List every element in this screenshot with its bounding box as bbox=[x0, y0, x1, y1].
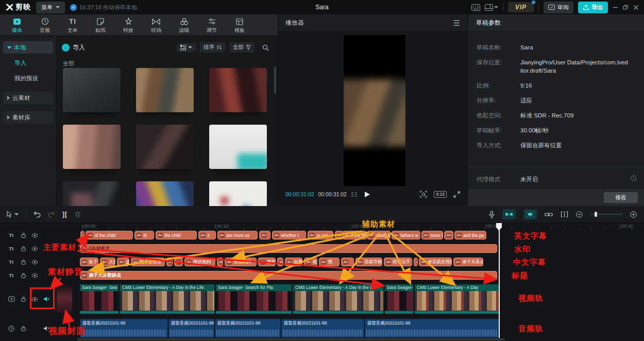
tab-effect[interactable]: 特效 bbox=[114, 16, 142, 34]
subtitle-clip[interactable]: 将影 bbox=[258, 258, 276, 266]
audio-clip[interactable]: 提取音频20221101-88 bbox=[168, 319, 214, 338]
subtitle-clip[interactable] bbox=[414, 258, 418, 266]
media-thumbnail[interactable] bbox=[209, 125, 267, 169]
lock-icon[interactable] bbox=[19, 325, 27, 333]
subtitle-clip[interactable]: fathers w bbox=[392, 231, 420, 240]
sidebar-item-1[interactable]: 导入 bbox=[3, 57, 53, 69]
review-button[interactable]: 审阅 bbox=[544, 2, 573, 13]
subtitle-clip[interactable] bbox=[166, 258, 173, 266]
player-menu-icon[interactable]: ☰ bbox=[453, 19, 460, 28]
video-clip[interactable]: CMS Lower Elementary - A Day in the Lif bbox=[293, 284, 384, 314]
aspect-ratio-button[interactable]: 9:16 bbox=[434, 191, 447, 198]
record-voiceover-icon[interactable] bbox=[489, 211, 495, 218]
subtitle-clip[interactable]: 孩子 bbox=[80, 258, 98, 266]
linkage-toggle[interactable] bbox=[545, 212, 553, 217]
tab-media[interactable]: 媒体 bbox=[3, 16, 31, 34]
delete-button[interactable] bbox=[75, 211, 81, 218]
lock-icon[interactable] bbox=[19, 231, 27, 240]
text-track-icon[interactable]: TI bbox=[7, 258, 15, 266]
shortcut-keyboard-icon[interactable] bbox=[471, 4, 480, 11]
lock-icon[interactable] bbox=[19, 258, 27, 266]
video-clip[interactable]: Sara Seager- bbox=[385, 284, 414, 314]
tab-sticker[interactable]: 贴纸 bbox=[87, 16, 114, 34]
import-button[interactable]: ↓ 导入 bbox=[62, 43, 85, 52]
tab-audio[interactable]: 音频 bbox=[31, 16, 59, 34]
audio-clip[interactable]: 提取音频20221101-88 bbox=[80, 319, 168, 338]
subtitle-clip[interactable]: if the fath bbox=[342, 231, 367, 240]
redo-button[interactable] bbox=[48, 211, 55, 218]
sidebar-item-0[interactable]: 本地 bbox=[3, 41, 53, 54]
video-clip[interactable]: Sara Seager- Sea bbox=[80, 284, 119, 314]
undo-button[interactable] bbox=[33, 211, 41, 218]
subtitle-clip[interactable]: 容易导致孩 bbox=[355, 258, 382, 266]
layout-switch-icon[interactable] bbox=[485, 4, 498, 11]
timeline-ruler[interactable]: 00:0000:1000:2000:3000:40 bbox=[80, 223, 644, 230]
view-mode-button[interactable] bbox=[177, 43, 196, 52]
text-track-icon[interactable]: TI bbox=[7, 245, 15, 253]
video-clip[interactable]: CMS Lower Elementary - A Day bbox=[415, 284, 499, 314]
lock-icon[interactable] bbox=[19, 245, 27, 253]
playhead[interactable] bbox=[499, 223, 500, 338]
tab-text[interactable]: TI文本 bbox=[59, 16, 87, 34]
export-button[interactable]: 导出 bbox=[578, 2, 608, 13]
preview-quality-icon[interactable] bbox=[420, 191, 427, 198]
auto-snap-toggle[interactable] bbox=[523, 209, 537, 219]
subtitle-clip[interactable]: 孩子大多数缺点 bbox=[80, 271, 497, 280]
track-type-icon[interactable] bbox=[7, 325, 15, 333]
eye-icon[interactable] bbox=[30, 245, 39, 253]
subtitle-clip[interactable]: 孩子更在意 bbox=[131, 258, 165, 266]
subtitle-clip[interactable]: 大多 bbox=[100, 258, 115, 266]
sidebar-item-3[interactable]: 云素材 bbox=[3, 92, 53, 104]
subtitle-clip[interactable]: or not bbox=[308, 231, 333, 240]
timeline[interactable]: 00:0000:1000:2000:3000:40 TITITITIof the… bbox=[0, 223, 644, 341]
video-cover-thumbnail[interactable] bbox=[57, 285, 72, 313]
subtitle-clip[interactable]: whether t bbox=[272, 231, 306, 240]
main-track-magnet-toggle[interactable] bbox=[502, 209, 516, 219]
subtitle-clip[interactable]: easily lea bbox=[367, 231, 391, 240]
sidebar-item-4[interactable]: 素材库 bbox=[3, 111, 53, 124]
sort-button[interactable]: 排序 bbox=[200, 42, 225, 53]
select-tool-button[interactable] bbox=[6, 211, 19, 218]
track-type-icon[interactable] bbox=[7, 295, 15, 303]
close-button[interactable] bbox=[633, 5, 639, 10]
audio-clip[interactable]: 提取音频20221101-88 bbox=[215, 319, 281, 338]
subtitle-clip[interactable]: 爸爸妈妈 bbox=[225, 258, 257, 266]
subtitle-clip[interactable]: w bbox=[444, 231, 453, 240]
subtitle-clip[interactable]: and the pa bbox=[454, 231, 486, 240]
media-thumbnail[interactable] bbox=[63, 68, 121, 112]
media-thumbnail[interactable] bbox=[209, 68, 267, 112]
subtitle-clip[interactable]: are more us bbox=[217, 231, 258, 240]
lock-icon[interactable] bbox=[19, 271, 27, 280]
media-thumbnail[interactable] bbox=[136, 125, 194, 169]
audio-clip[interactable]: 提取音频20221101-88 bbox=[365, 319, 499, 338]
play-button[interactable] bbox=[364, 191, 370, 198]
minimize-button[interactable] bbox=[613, 5, 618, 10]
search-button[interactable] bbox=[259, 43, 273, 53]
subtitle-clip[interactable] bbox=[80, 231, 84, 240]
tab-filter[interactable]: 滤镜 bbox=[170, 16, 198, 34]
subtitle-clip[interactable] bbox=[259, 231, 270, 240]
subtitle-clip[interactable]: more l bbox=[421, 231, 443, 240]
filter-button[interactable]: 全部 bbox=[229, 42, 255, 53]
tab-transition[interactable]: 转场 bbox=[142, 16, 170, 34]
subtitle-clip[interactable] bbox=[277, 258, 283, 266]
timeline-scrollbar[interactable] bbox=[77, 338, 505, 340]
media-thumbnail[interactable] bbox=[136, 68, 194, 112]
video-clip[interactable]: CMS Lower Elementary - A Day in the Life… bbox=[120, 284, 215, 314]
split-tool-button[interactable]: ][ bbox=[62, 211, 67, 218]
tab-template[interactable]: 模板 bbox=[226, 16, 253, 34]
subtitle-clip[interactable]: of the child bbox=[86, 231, 133, 240]
subtitle-clip[interactable]: 更容易忽视和 bbox=[419, 258, 452, 266]
modify-button[interactable]: 修改 bbox=[604, 192, 638, 203]
media-thumbnail[interactable] bbox=[63, 181, 121, 206]
media-thumbnail[interactable] bbox=[209, 181, 267, 206]
menu-button[interactable]: 菜单 bbox=[36, 2, 65, 13]
text-track-icon[interactable]: TI bbox=[7, 271, 15, 280]
media-scrollbar[interactable] bbox=[274, 67, 276, 94]
subtitle-clip[interactable]: ©生财有术 bbox=[80, 244, 497, 253]
zoom-slider-knob[interactable] bbox=[595, 212, 597, 217]
mute-speaker-icon[interactable] bbox=[42, 295, 50, 303]
fullscreen-icon[interactable] bbox=[453, 191, 460, 198]
vip-badge[interactable]: VIP bbox=[508, 2, 534, 12]
subtitle-clip[interactable]: 说 bbox=[174, 258, 183, 266]
